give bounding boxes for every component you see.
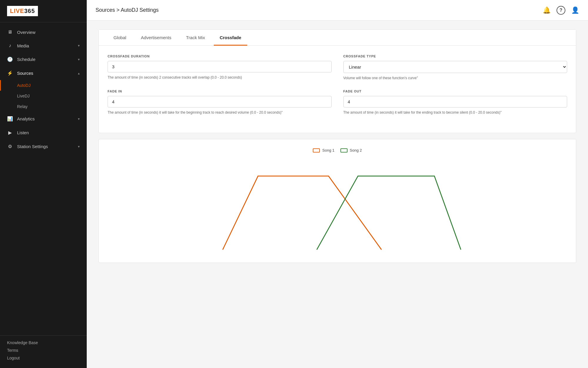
logout-link[interactable]: Logout [7,356,80,360]
logo-live: LIVE [10,8,24,14]
crossfade-type-group: CROSSFADE TYPE Linear Logarithmic Expone… [343,54,567,81]
chevron-down-icon: ▾ [78,57,80,62]
crossfade-duration-group: CROSSFADE DURATION The amount of time (i… [108,54,332,81]
tab-crossfade[interactable]: Crossfade [214,30,247,45]
tab-bar: Global Advertisements Track Mix Crossfad… [99,30,576,46]
terms-link[interactable]: Terms [7,348,80,353]
crossfade-type-hint: Volume will follow one of these function… [343,75,567,81]
crossfade-duration-input[interactable] [108,61,332,72]
chevron-down-icon: ▾ [78,145,80,149]
sidebar-nav: 🖥 Overview ♪ Media ▾ 🕐 Schedule ▾ ⚡ Sour… [0,22,87,335]
legend-song2: Song 2 [340,148,362,152]
fade-in-input[interactable] [108,96,332,107]
play-icon: ▶ [7,130,13,135]
clock-icon: 🕐 [7,57,13,62]
sidebar-item-autodj[interactable]: AutoDJ [0,80,87,91]
fade-in-label: FADE IN [108,89,332,93]
topbar-icons: 🔔 ? 👤 [543,6,579,15]
tab-advertisements[interactable]: Advertisements [135,30,177,45]
song2-swatch [340,148,348,152]
crossfade-duration-label: CROSSFADE DURATION [108,54,332,58]
monitor-icon: 🖥 [7,29,13,35]
fade-in-group: FADE IN The amount of time (in seconds) … [108,89,332,115]
gear-icon: ⚙ [7,144,13,149]
crossfade-form: CROSSFADE DURATION The amount of time (i… [99,46,576,133]
fade-out-group: FADE OUT The amount of time (in seconds)… [343,89,567,115]
content-area: Global Advertisements Track Mix Crossfad… [87,21,588,368]
sidebar-item-listen[interactable]: ▶ Listen [0,126,87,140]
sidebar-footer: Knowledge Base Terms Logout [0,335,87,368]
song2-line [317,176,461,250]
form-row-1: CROSSFADE DURATION The amount of time (i… [108,54,567,81]
sidebar: LIVE365 🖥 Overview ♪ Media ▾ 🕐 Schedule … [0,0,87,368]
crossfade-type-label: CROSSFADE TYPE [343,54,567,58]
chevron-up-icon: ▴ [78,71,80,75]
sidebar-item-station-settings[interactable]: ⚙ Station Settings ▾ [0,140,87,153]
crossfade-chart-card: Song 1 Song 2 [98,139,576,263]
topbar: Sources > AutoDJ Settings 🔔 ? 👤 [87,0,588,21]
sidebar-item-schedule[interactable]: 🕐 Schedule ▾ [0,52,87,66]
song1-swatch [313,148,320,152]
main-content: Sources > AutoDJ Settings 🔔 ? 👤 Global A… [87,0,588,368]
sidebar-item-livedj[interactable]: LiveDJ [0,91,87,101]
music-icon: ♪ [7,43,13,48]
sidebar-item-relay[interactable]: Relay [0,101,87,112]
chevron-down-icon: ▾ [78,117,80,121]
help-icon[interactable]: ? [557,6,565,15]
user-icon[interactable]: 👤 [571,6,579,14]
crossfade-svg [108,158,567,253]
settings-card: Global Advertisements Track Mix Crossfad… [98,29,576,133]
tab-global[interactable]: Global [108,30,132,45]
song1-line [223,176,382,250]
fade-out-input[interactable] [343,96,567,107]
analytics-icon: 📊 [7,116,13,122]
knowledge-base-link[interactable]: Knowledge Base [7,340,80,345]
app-logo: LIVE365 [7,6,38,16]
fade-in-hint: The amount of time (in seconds) it will … [108,110,332,115]
crossfade-duration-hint: The amount of time (in seconds) 2 consec… [108,75,332,80]
logo-area: LIVE365 [0,0,87,22]
chart-legend: Song 1 Song 2 [108,148,567,152]
crossfade-type-select[interactable]: Linear Logarithmic Exponential [343,61,567,73]
sidebar-item-media[interactable]: ♪ Media ▾ [0,39,87,52]
sidebar-item-analytics[interactable]: 📊 Analytics ▾ [0,112,87,126]
fade-out-label: FADE OUT [343,89,567,93]
legend-song1: Song 1 [313,148,334,152]
fade-out-hint: The amount of time (in seconds) it will … [343,110,567,115]
breadcrumb: Sources > AutoDJ Settings [96,7,159,13]
crossfade-chart [108,158,567,254]
bell-icon[interactable]: 🔔 [543,6,551,14]
sidebar-item-overview[interactable]: 🖥 Overview [0,25,87,39]
sources-icon: ⚡ [7,70,13,76]
chevron-down-icon: ▾ [78,44,80,48]
sidebar-item-sources[interactable]: ⚡ Sources ▴ [0,66,87,80]
form-row-2: FADE IN The amount of time (in seconds) … [108,89,567,115]
tab-track-mix[interactable]: Track Mix [180,30,211,45]
